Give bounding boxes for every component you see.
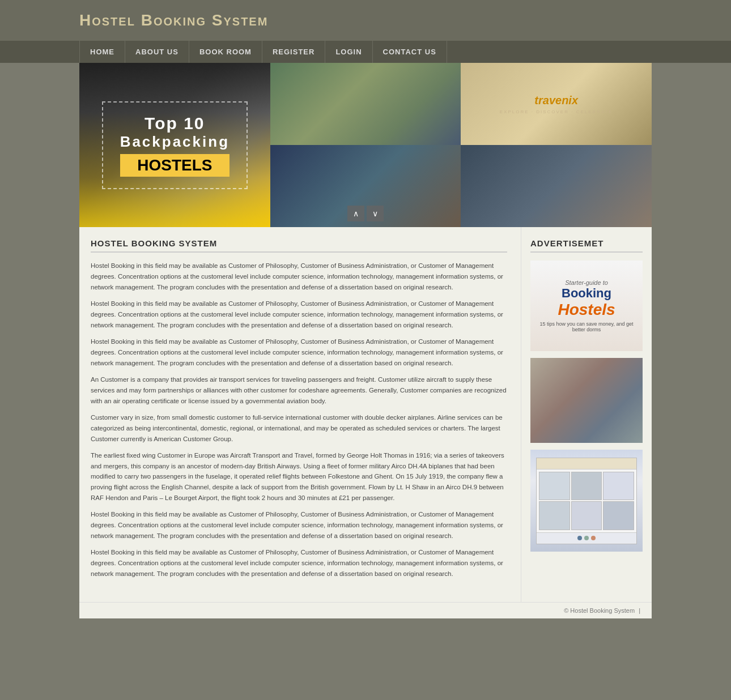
header: Hostel Booking System [0,0,731,41]
ad3-dot-3 [591,536,596,540]
content-para-7: Hostel Booking in this field may be avai… [91,547,507,579]
nav-item-login[interactable]: LOGIN [325,41,372,63]
slider-prev-button[interactable]: ∧ [347,206,364,221]
nav-item-book[interactable]: BOOK ROOM [189,41,262,63]
ad1-booking-text: Booking [562,286,611,301]
footer: © Hostel Booking System | [79,602,652,618]
ad3-footer [537,532,636,544]
content-paragraphs: Hostel Booking in this field may be avai… [91,261,507,579]
ad3-cell-2 [571,472,602,501]
main-content: HOSTEL BOOKING SYSTEM Hostel Booking in … [79,227,652,602]
right-column: ADVERTISEMET Starter-guide to Booking Ho… [521,227,652,602]
hero-panel-1: Top 10 Backpacking HOSTELS [79,63,270,227]
content-para-2: Hostel Booking in this field may be avai… [91,336,507,369]
content-para-5: The earliest fixed wing Customer in Euro… [91,450,507,504]
ad3-cell-3 [603,472,634,501]
hero-backpacking-text: Backpacking [120,133,230,151]
nav-item-home[interactable]: HOME [79,41,125,63]
navbar: HOMEABOUT USBOOK ROOMREGISTERLOGINCONTAC… [0,41,731,63]
travenix-tagline: EXPLORE · DISCOVER · CELEBRATE [500,109,613,114]
left-section-divider [91,251,507,253]
footer-text: © Hostel Booking System [564,607,635,614]
ad-image-3[interactable] [530,450,643,552]
nav-item-register[interactable]: REGISTER [262,41,325,63]
ad3-cell-1 [539,472,570,501]
hero-top10-text: Top 10 [120,114,230,133]
ad3-cell-5 [571,501,602,530]
ad-image-2[interactable] [530,358,643,443]
footer-separator: | [639,607,640,614]
slider-next-button[interactable]: ∨ [367,206,384,221]
hero-travenix-logo: travenix EXPLORE · DISCOVER · CELEBRATE [500,94,613,114]
hero-right-top: travenix EXPLORE · DISCOVER · CELEBRATE [461,63,652,145]
left-column: HOSTEL BOOKING SYSTEM Hostel Booking in … [79,227,521,602]
hero-center-top [270,63,461,145]
ad1-starter-text: Starter-guide to [565,279,608,286]
content-para-4: Customer vary in size, from small domest… [91,412,507,445]
hero-center-bottom: ∧ ∨ [270,145,461,227]
content-para-6: Hostel Booking in this field may be avai… [91,509,507,541]
ad3-dot-2 [584,536,589,540]
hero-slider: Top 10 Backpacking HOSTELS ∧ ∨ travenix [79,63,652,227]
content-para-1: Hostel Booking in this field may be avai… [91,298,507,331]
ad-image-1[interactable]: Starter-guide to Booking Hostels 15 tips… [530,261,643,351]
ad3-inner [536,458,637,544]
content-para-3: An Customer is a company that provides a… [91,374,507,407]
hero-right-panels: travenix EXPLORE · DISCOVER · CELEBRATE [461,63,652,227]
ad3-header [537,458,636,469]
site-title: Hostel Booking System [79,11,652,29]
left-section-title: HOSTEL BOOKING SYSTEM [91,238,507,248]
hero-left-content: Top 10 Backpacking HOSTELS [102,101,248,189]
ad3-cell-4 [539,501,570,530]
ad3-dot-1 [577,536,582,540]
nav-item-about[interactable]: ABOUT US [125,41,189,63]
slider-controls: ∧ ∨ [347,206,384,221]
travenix-logo-text: travenix [534,94,578,107]
ad-section-title: ADVERTISEMET [530,238,643,248]
ad3-body [537,469,636,532]
ad3-cell-6 [603,501,634,530]
nav-item-contact[interactable]: CONTACT US [373,41,447,63]
ad1-tips-text: 15 tips how you can save money, and get … [536,321,637,332]
ad-section-divider [530,251,643,253]
content-para-0: Hostel Booking in this field may be avai… [91,261,507,293]
ad1-hostels-text: Hostels [558,301,615,319]
hero-hostels-text: HOSTELS [120,154,230,177]
hero-right-bottom [461,145,652,227]
hero-center-panels: ∧ ∨ [270,63,461,227]
